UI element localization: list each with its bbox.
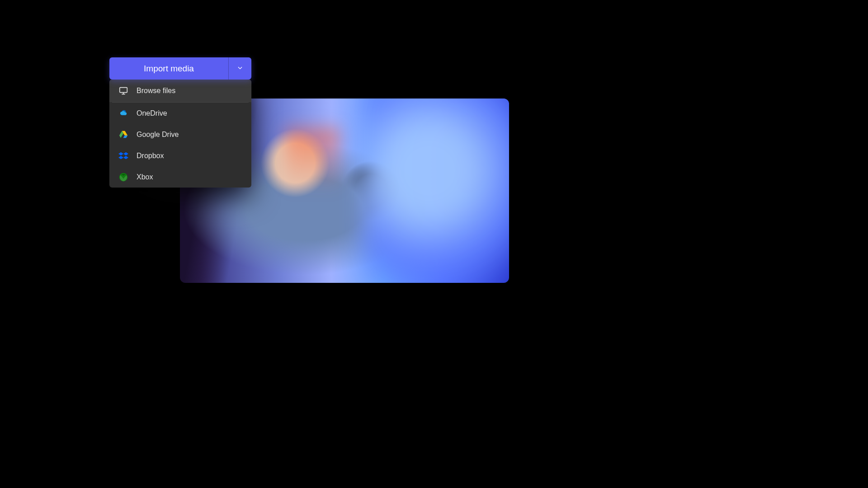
svg-marker-6 [118,152,123,155]
svg-rect-0 [120,88,127,93]
dropdown-item-browse-files[interactable]: Browse files [109,80,251,102]
google-drive-icon [118,130,128,140]
import-media-button[interactable]: Import media [109,57,228,80]
chevron-down-icon [237,65,243,73]
dropdown-item-onedrive[interactable]: OneDrive [109,103,251,124]
svg-marker-9 [123,156,128,159]
import-media-caret-button[interactable] [228,57,251,80]
svg-marker-8 [118,156,123,159]
monitor-icon [118,86,128,96]
import-media-split-button: Import media [109,57,251,80]
dropdown-item-xbox[interactable]: Xbox [109,166,251,188]
dropbox-icon [118,151,128,161]
xbox-icon [118,172,128,182]
dropdown-item-label: Browse files [137,87,175,95]
dropdown-item-dropbox[interactable]: Dropbox [109,145,251,166]
svg-marker-7 [123,152,128,155]
dropdown-item-label: Xbox [137,173,153,181]
onedrive-icon [118,108,128,118]
svg-marker-4 [123,135,128,138]
import-media-dropdown: Browse files OneDrive Google Drive [109,80,251,188]
dropdown-item-label: Google Drive [137,131,179,139]
dropdown-item-google-drive[interactable]: Google Drive [109,124,251,145]
dropdown-item-label: Dropbox [137,152,164,160]
dropdown-item-label: OneDrive [137,109,167,117]
